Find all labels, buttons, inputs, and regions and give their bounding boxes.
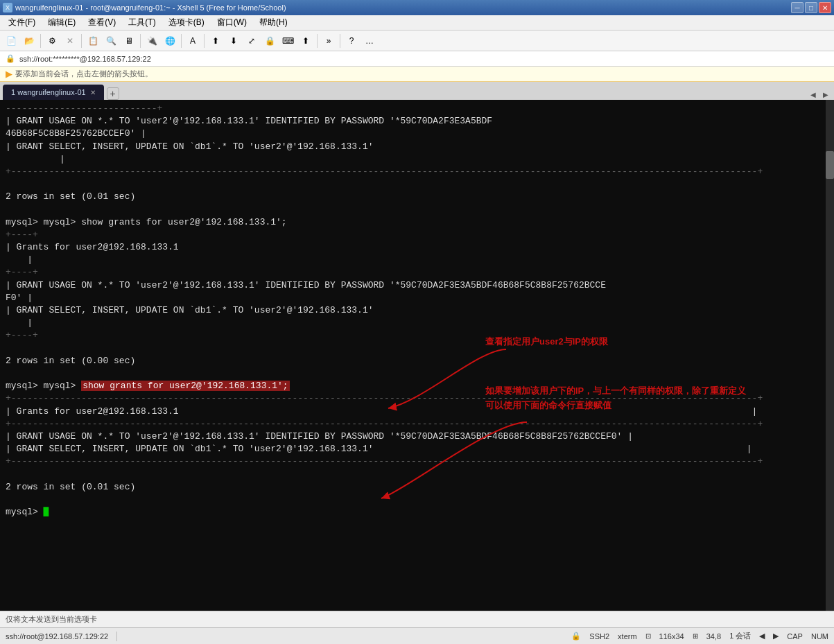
menu-tools[interactable]: 工具(T) xyxy=(123,15,161,30)
more-buttons[interactable]: » xyxy=(320,33,337,49)
size-icon: ⊡ xyxy=(645,632,651,640)
pos-label: 34,8 xyxy=(706,632,721,641)
send-label: 仅将文本发送到当前选项卡 xyxy=(6,614,97,625)
close-button[interactable]: ✕ xyxy=(819,2,831,13)
nav-left-icon[interactable]: ◀ xyxy=(759,632,765,641)
sep5 xyxy=(204,34,205,48)
status-bar: ssh://root@192.168.57.129:22 🔒 SSH2 xter… xyxy=(0,627,834,644)
disabled-btn1: ✕ xyxy=(62,33,78,49)
caps-label: CAP xyxy=(787,632,803,641)
ssh-label: SSH2 xyxy=(589,632,609,641)
num-label: NUM xyxy=(811,632,828,641)
terminal[interactable]: ----------------------------+ | GRANT US… xyxy=(0,100,834,611)
menu-edit[interactable]: 编辑(E) xyxy=(42,15,81,30)
tab-nav-left[interactable]: ◀ xyxy=(808,89,819,100)
open-button[interactable]: 📂 xyxy=(21,33,37,49)
expand-button[interactable]: ⤢ xyxy=(243,33,260,49)
tab-label: 1 wangruifenglinux-01 xyxy=(11,88,86,96)
address-bar: 🔒 ssh://root:*********@192.168.57.129:22 xyxy=(0,51,834,67)
tab-nav-area: ◀ ▶ xyxy=(808,89,831,100)
find-button[interactable]: 🔍 xyxy=(103,33,119,49)
properties-button[interactable]: ⚙ xyxy=(44,33,60,49)
info-text: 要添加当前会话，点击左侧的箭头按钮。 xyxy=(15,69,153,79)
terminal-scrollbar[interactable] xyxy=(826,100,834,611)
lock-status-icon: 🔒 xyxy=(571,632,581,641)
menu-file[interactable]: 文件(F) xyxy=(3,15,41,30)
sep2 xyxy=(81,34,82,48)
pos-icon: ⊞ xyxy=(693,632,698,640)
sep4 xyxy=(181,34,182,48)
lock-icon: 🔒 xyxy=(6,54,15,63)
upload2-button[interactable]: ⬆ xyxy=(297,33,314,49)
tab-add-button[interactable]: + xyxy=(107,87,119,100)
lock-button[interactable]: 🔒 xyxy=(261,33,278,49)
status-right-area: 🔒 SSH2 xterm ⊡ 116x34 ⊞ 34,8 1 会话 ◀ ▶ CA… xyxy=(571,631,828,641)
sep1 xyxy=(40,34,41,48)
tab-session1[interactable]: 1 wangruifenglinux-01 ✕ xyxy=(3,85,104,100)
menu-help[interactable]: 帮助(H) xyxy=(254,15,293,30)
globe-button[interactable]: 🌐 xyxy=(162,33,178,49)
new-session-button[interactable]: 📄 xyxy=(3,33,19,49)
minimize-button[interactable]: ─ xyxy=(791,2,803,13)
sep6 xyxy=(317,34,318,48)
nav-right-icon[interactable]: ▶ xyxy=(773,632,779,641)
title-bar: X wangruifenglinux-01 - root@wangruifeng… xyxy=(0,0,834,15)
tab-bar: 1 wangruifenglinux-01 ✕ + ◀ ▶ xyxy=(0,82,834,100)
menu-tabs[interactable]: 选项卡(B) xyxy=(163,15,210,30)
app-icon: X xyxy=(3,3,12,12)
size-label: 116x34 xyxy=(659,632,684,641)
session-manager-button[interactable]: 🖥 xyxy=(121,33,137,49)
keyboard-button[interactable]: ⌨ xyxy=(279,33,296,49)
toolbar: 📄 📂 ⚙ ✕ 📋 🔍 🖥 🔌 🌐 A ⬆ ⬇ ⤢ 🔒 ⌨ ⬆ » ? … xyxy=(0,31,834,51)
maximize-button[interactable]: □ xyxy=(805,2,817,13)
extra-button[interactable]: … xyxy=(361,33,378,49)
info-icon: ▶ xyxy=(6,69,12,79)
address-text: ssh://root:*********@192.168.57.129:22 xyxy=(19,55,151,63)
tab-nav-right[interactable]: ▶ xyxy=(820,89,831,100)
download-button[interactable]: ⬇ xyxy=(225,33,242,49)
connection-info: ssh://root@192.168.57.129:22 xyxy=(6,632,108,641)
menu-view[interactable]: 查看(V) xyxy=(82,15,121,30)
font-button[interactable]: A xyxy=(184,33,201,49)
scrollbar-thumb[interactable] xyxy=(826,151,834,179)
terminal-wrapper: ----------------------------+ | GRANT US… xyxy=(0,100,834,611)
window-title: wangruifenglinux-01 - root@wangruifeng-0… xyxy=(15,3,286,12)
transfer-button[interactable]: ⬆ xyxy=(207,33,224,49)
copy-button[interactable]: 📋 xyxy=(85,33,101,49)
send-bar: 仅将文本发送到当前选项卡 xyxy=(0,611,834,627)
info-bar: ▶ 要添加当前会话，点击左侧的箭头按钮。 xyxy=(0,67,834,82)
tab-close-icon[interactable]: ✕ xyxy=(90,89,96,96)
sep7 xyxy=(340,34,340,48)
sessions-label: 1 会话 xyxy=(729,631,751,641)
status-sep-1 xyxy=(116,632,117,641)
help-button[interactable]: ? xyxy=(343,33,360,49)
sep3 xyxy=(140,34,141,48)
terminal-content: ----------------------------+ | GRANT US… xyxy=(6,103,828,519)
connect-button[interactable]: 🔌 xyxy=(144,33,160,49)
term-label: xterm xyxy=(618,632,637,641)
menu-bar: 文件(F) 编辑(E) 查看(V) 工具(T) 选项卡(B) 窗口(W) 帮助(… xyxy=(0,15,834,31)
menu-window[interactable]: 窗口(W) xyxy=(211,15,252,30)
